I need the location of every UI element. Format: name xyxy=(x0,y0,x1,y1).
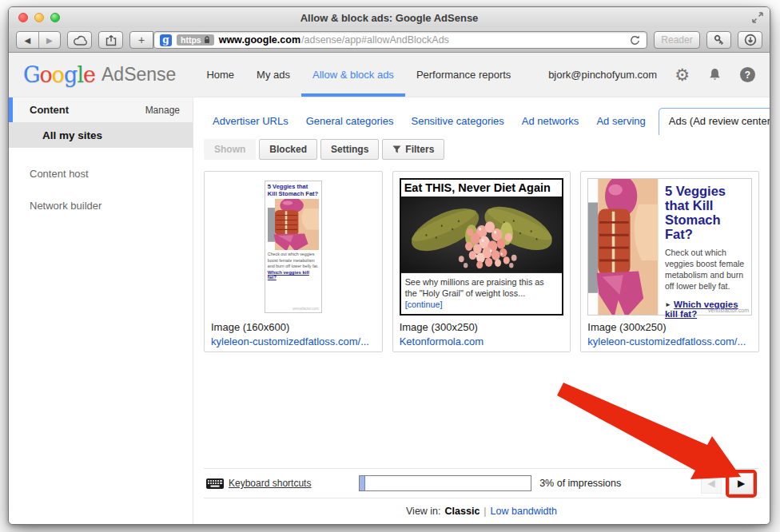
adsense-logo: Google AdSense xyxy=(23,53,176,97)
google-favicon: g xyxy=(160,34,172,46)
gear-icon[interactable]: ⚙ xyxy=(675,66,690,83)
keyboard-icon xyxy=(206,478,224,489)
https-badge: https xyxy=(177,34,214,46)
ad-card[interactable]: 5 Veggies that Kill Stomach Fat? Check o… xyxy=(204,171,383,352)
lock-icon xyxy=(204,36,210,44)
view-classic-label: Classic xyxy=(445,506,480,517)
ad-creative: 5 Veggies that Kill Stomach Fat? Check o… xyxy=(587,178,752,316)
primary-nav: Home My ads Allow & block ads Performanc… xyxy=(195,53,522,97)
password-key-button[interactable] xyxy=(706,31,731,49)
ad-format-label: Image (300x250) xyxy=(587,321,752,333)
filters-label: Filters xyxy=(405,144,434,155)
impressions-progress-bar xyxy=(359,475,531,491)
low-bandwidth-link[interactable]: Low bandwidth xyxy=(491,506,557,517)
sidebar-section-content: Content Manage xyxy=(9,97,193,122)
tab-sensitive-categories[interactable]: Sensitive categories xyxy=(402,109,512,135)
nav-my-ads[interactable]: My ads xyxy=(245,53,301,97)
ad-destination-link[interactable]: kyleleon-customizedfatloss.com/... xyxy=(587,335,752,347)
view-in-label: View in: xyxy=(406,506,441,517)
ad-body-text: See why millions are praising this as th… xyxy=(405,277,544,298)
fullscreen-icon[interactable] xyxy=(752,12,763,23)
ad-format-label: Image (160x600) xyxy=(211,321,376,333)
nav-allow-block-ads[interactable]: Allow & block ads xyxy=(301,53,405,97)
close-window-button[interactable] xyxy=(18,13,28,22)
ad-creative: 5 Veggies that Kill Stomach Fat? Check o… xyxy=(211,178,376,316)
next-page-button[interactable]: ▶ xyxy=(729,473,754,494)
keyboard-shortcuts-label: Keyboard shortcuts xyxy=(229,478,311,489)
icloud-tabs-button[interactable] xyxy=(67,31,92,49)
url-host: www.google.com xyxy=(219,34,300,46)
sidebar: Content Manage All my sites Content host… xyxy=(9,97,193,524)
impressions-progress-fill xyxy=(360,476,364,490)
previous-page-button[interactable]: ◀ xyxy=(701,473,722,494)
browser-toolbar: ◀ ▶ + g https www.google.com xyxy=(9,28,770,53)
tab-bar: Advertiser URLs General categories Sensi… xyxy=(204,108,759,135)
arrow-bullet-icon: ► xyxy=(665,301,671,308)
footer-separator: | xyxy=(484,506,486,517)
sidebar-section-label: Content xyxy=(30,104,145,116)
settings-button[interactable]: Settings xyxy=(320,139,379,160)
ad-destination-link[interactable]: kyleleon-customizedfatloss.com/... xyxy=(211,335,376,347)
nav-performance-reports[interactable]: Performance reports xyxy=(405,53,523,97)
sidebar-item-all-my-sites[interactable]: All my sites xyxy=(9,122,193,148)
torso-illustration xyxy=(588,179,659,315)
keyboard-shortcuts-link[interactable]: Keyboard shortcuts xyxy=(206,478,311,489)
ad-watermark: venusfactor.com xyxy=(268,307,319,311)
ad-creative-body: Check out which veggies boost female met… xyxy=(268,252,319,269)
help-icon[interactable]: ? xyxy=(740,67,755,82)
key-icon xyxy=(713,34,726,46)
new-tab-button[interactable]: + xyxy=(129,31,153,49)
google-logo: Google xyxy=(23,62,95,87)
downloads-button[interactable] xyxy=(738,31,762,49)
tab-ads-ad-review-center[interactable]: Ads (Ad review center) xyxy=(659,108,770,135)
filter-funnel-icon xyxy=(392,145,401,153)
ad-creative-body: Check out which veggies boost female met… xyxy=(665,247,746,292)
ad-card[interactable]: Eat THIS, Never Diet Again See why milli… xyxy=(392,171,571,352)
reader-button[interactable]: Reader xyxy=(654,31,700,49)
fingerlime-photo xyxy=(401,197,563,273)
cloud-icon xyxy=(73,35,87,46)
ad-creative-title: 5 Veggies that Kill Stomach Fat? xyxy=(268,184,319,197)
zoom-window-button[interactable] xyxy=(50,13,60,22)
bell-icon[interactable] xyxy=(707,67,722,82)
window-titlebar: Allow & block ads: Google AdSense xyxy=(9,7,770,28)
ad-format-label: Image (300x250) xyxy=(400,321,564,333)
pagination-bar: Keyboard shortcuts 3% of impressions ◀ ▶ xyxy=(204,468,759,498)
ad-creative-title: 5 Veggies that Kill Stomach Fat? xyxy=(665,184,746,242)
share-button[interactable] xyxy=(98,31,123,49)
impressions-label: 3% of impressions xyxy=(539,478,621,489)
url-path: /adsense/app#allowAndBlockAds xyxy=(301,34,449,46)
pager: ◀ ▶ xyxy=(701,470,757,498)
history-nav-group: ◀ ▶ xyxy=(16,31,61,49)
tab-ad-serving[interactable]: Ad serving xyxy=(587,109,654,135)
review-toolbar: Shown Blocked Settings Filters xyxy=(204,139,759,160)
manage-link[interactable]: Manage xyxy=(145,105,180,116)
https-label: https xyxy=(181,35,201,45)
sidebar-item-content-host[interactable]: Content host xyxy=(30,168,193,180)
nav-home[interactable]: Home xyxy=(195,53,245,97)
account-email: bjork@pinchofyum.com xyxy=(548,69,657,81)
torso-illustration xyxy=(268,199,319,250)
shown-button[interactable]: Shown xyxy=(204,139,256,160)
ad-creative: Eat THIS, Never Diet Again See why milli… xyxy=(400,178,564,316)
view-in-footer: View in: Classic | Low bandwidth xyxy=(204,498,759,524)
sidebar-item-network-builder[interactable]: Network builder xyxy=(30,200,193,212)
red-highlight-box: ▶ xyxy=(726,470,757,498)
forward-button[interactable]: ▶ xyxy=(38,32,61,48)
ads-grid: 5 Veggies that Kill Stomach Fat? Check o… xyxy=(204,171,759,352)
main-panel: Advertiser URLs General categories Sensi… xyxy=(193,97,770,524)
ad-destination-link[interactable]: Ketonformola.com xyxy=(400,335,564,347)
reload-icon[interactable] xyxy=(629,34,641,46)
address-bar[interactable]: g https www.google.com /adsense/app#allo… xyxy=(153,31,647,49)
blocked-button[interactable]: Blocked xyxy=(259,139,317,160)
back-button[interactable]: ◀ xyxy=(17,32,38,48)
minimize-window-button[interactable] xyxy=(34,13,44,22)
product-name: AdSense xyxy=(101,64,176,85)
tab-ad-networks[interactable]: Ad networks xyxy=(513,109,588,135)
filters-button[interactable]: Filters xyxy=(382,139,444,160)
tab-advertiser-urls[interactable]: Advertiser URLs xyxy=(204,109,297,135)
ad-creative-title: Eat THIS, Never Diet Again xyxy=(401,180,563,197)
ad-card[interactable]: 5 Veggies that Kill Stomach Fat? Check o… xyxy=(580,171,759,352)
ad-creative-body: See why millions are praising this as th… xyxy=(401,273,563,314)
tab-general-categories[interactable]: General categories xyxy=(297,109,403,135)
